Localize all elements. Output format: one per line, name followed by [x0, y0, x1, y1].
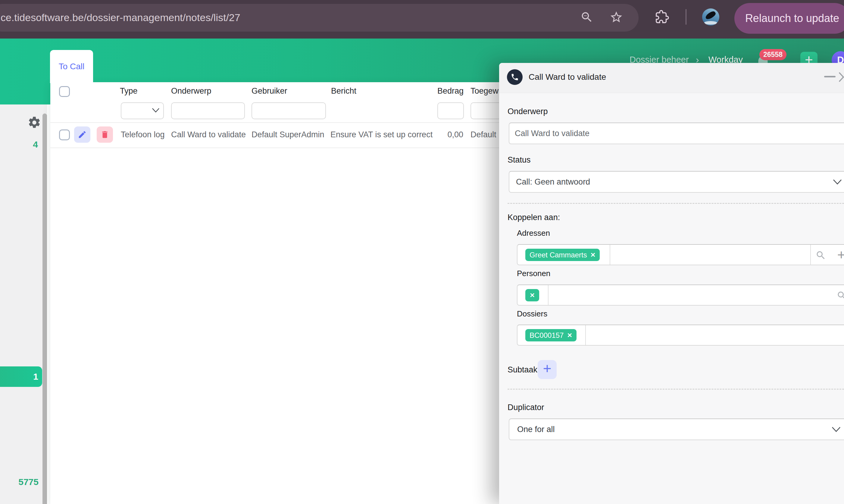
field-label-adressen: Adressen [517, 227, 550, 239]
column-header-bedrag[interactable]: Bedrag [437, 86, 463, 96]
status-select[interactable]: Call: Geen antwoord [509, 171, 844, 193]
zoom-out-icon[interactable] [580, 11, 593, 24]
column-header-toegew[interactable]: Toegew [471, 86, 498, 96]
field-label-onderwerp: Onderwerp [508, 105, 548, 118]
personen-field[interactable]: ✕ [517, 285, 844, 306]
add-subtask-button[interactable]: + [538, 360, 557, 379]
type-filter-select[interactable] [121, 102, 164, 119]
gear-icon[interactable] [28, 115, 41, 129]
row-checkbox[interactable] [59, 129, 70, 140]
delete-button[interactable] [97, 126, 113, 143]
cell-type: Telefoon log [121, 129, 165, 140]
field-label-subtaak: Subtaak [508, 364, 538, 376]
browser-toolbar: ce.tidesoftware.be/dossier-management/no… [0, 0, 844, 38]
dossiers-chip[interactable]: BC000157 ✕ [525, 329, 577, 341]
remove-icon[interactable]: ✕ [567, 332, 572, 339]
select-all-checkbox[interactable] [59, 86, 70, 97]
section-divider [508, 203, 844, 204]
sidebar-item-selected[interactable]: 1 [0, 366, 42, 387]
sidebar-count-selected: 1 [33, 372, 38, 382]
relaunch-label: Relaunch to update [745, 12, 839, 25]
field-divider [610, 245, 610, 265]
field-label-dossiers: Dossiers [517, 308, 547, 320]
cell-bericht: Ensure VAT is set up correct [331, 129, 433, 140]
phone-icon [507, 69, 523, 85]
field-label-duplicator: Duplicator [508, 401, 544, 413]
column-header-type[interactable]: Type [120, 86, 138, 96]
section-divider [508, 389, 844, 390]
search-icon[interactable] [837, 290, 844, 301]
relaunch-button[interactable]: Relaunch to update [734, 3, 844, 34]
dossiers-field[interactable]: BC000157 ✕ [517, 325, 844, 346]
edit-button[interactable] [74, 126, 90, 143]
add-icon[interactable]: + [834, 245, 844, 265]
field-label-personen: Personen [517, 267, 550, 280]
orca-splash [704, 21, 717, 25]
chip-label: Greet Cammaerts [529, 251, 587, 259]
cell-onderwerp: Call Ward to validate [171, 129, 246, 140]
sidebar [0, 105, 47, 504]
remove-icon[interactable]: ✕ [529, 292, 535, 299]
star-icon[interactable] [609, 10, 623, 24]
delete-icon [100, 130, 109, 139]
gebruiker-filter-input[interactable] [251, 102, 326, 119]
adressen-chip[interactable]: Greet Cammaerts ✕ [525, 249, 600, 261]
sidebar-scrollbar[interactable] [42, 113, 47, 504]
orca-shape [705, 10, 717, 20]
extensions-icon[interactable] [655, 10, 669, 24]
duplicator-select[interactable]: One for all [509, 418, 844, 440]
panel-title: Call Ward to validate [529, 71, 606, 83]
personen-chip[interactable]: ✕ [525, 289, 539, 301]
status-value: Call: Geen antwoord [516, 177, 590, 187]
plus-icon: + [543, 360, 551, 377]
edit-icon [78, 130, 87, 139]
onderwerp-filter-input[interactable] [171, 102, 245, 119]
expand-icon[interactable] [838, 72, 844, 83]
sidebar-gap [47, 105, 50, 504]
section-label-koppelen: Koppelen aan: [508, 211, 560, 223]
chevron-down-icon [831, 426, 841, 433]
column-header-bericht[interactable]: Bericht [331, 86, 356, 96]
minimize-icon[interactable] [824, 76, 836, 77]
bedrag-filter-input[interactable] [437, 102, 464, 119]
sidebar-count-top[interactable]: 4 [18, 139, 38, 150]
search-icon[interactable] [815, 250, 826, 261]
chip-label: BC000157 [529, 331, 564, 340]
cell-toegew: Default [471, 129, 496, 140]
cell-bedrag: 0,00 [434, 129, 463, 140]
field-divider [810, 245, 811, 265]
tab-to-call[interactable]: To Call [50, 50, 93, 83]
notification-badge: 26558 [759, 49, 787, 60]
column-header-onderwerp[interactable]: Onderwerp [171, 86, 211, 96]
screen: ce.tidesoftware.be/dossier-management/no… [0, 0, 844, 504]
onderwerp-input[interactable] [509, 123, 844, 144]
chevron-down-icon [832, 179, 842, 185]
field-label-status: Status [508, 154, 531, 166]
sidebar-count-bottom[interactable]: 5775 [12, 476, 38, 488]
duplicator-value: One for all [517, 425, 555, 434]
toegew-filter-input[interactable] [471, 102, 502, 119]
url-text[interactable]: ce.tidesoftware.be/dossier-management/no… [1, 12, 240, 23]
tab-label: To Call [59, 62, 85, 71]
field-divider [585, 325, 586, 345]
chevron-down-icon [152, 108, 160, 113]
remove-icon[interactable]: ✕ [591, 251, 596, 259]
adressen-field[interactable]: Greet Cammaerts ✕ + [517, 244, 844, 265]
field-divider [548, 285, 548, 305]
cell-gebruiker: Default SuperAdmin [251, 129, 324, 140]
toolbar-divider [686, 9, 686, 25]
profile-avatar[interactable] [702, 8, 719, 25]
column-header-gebruiker[interactable]: Gebruiker [251, 86, 287, 96]
